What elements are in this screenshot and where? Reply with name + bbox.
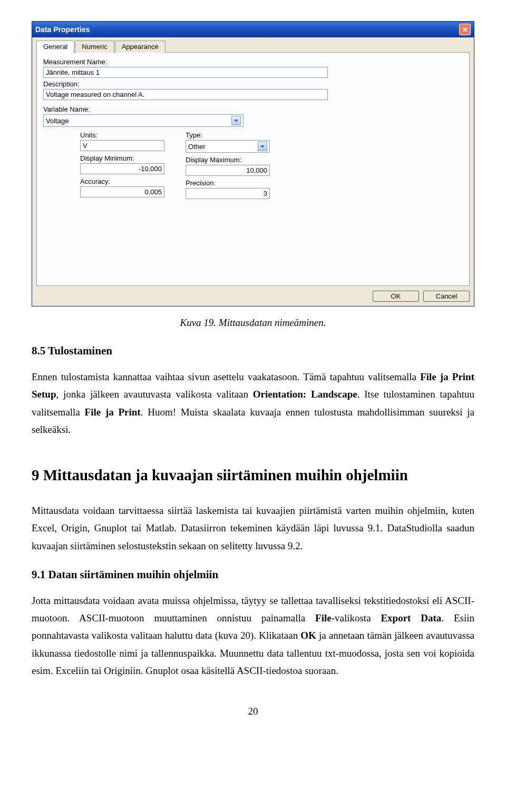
page-number: 20 [32,706,474,717]
variable-name-select[interactable]: Voltage [43,114,244,127]
dialog-title: Data Properties [35,25,90,34]
dropdown-icon [258,142,267,151]
measurement-name-label: Measurement Name: [43,58,463,66]
dropdown-icon [231,116,241,125]
description-label: Description: [43,80,463,88]
type-label: Type: [186,131,270,139]
close-button[interactable]: ✕ [459,24,471,35]
dialog-titlebar: Data Properties ✕ [32,22,474,37]
paragraph-1: Ennen tulostamista kannattaa vaihtaa siv… [32,368,474,438]
variable-name-value: Voltage [46,117,69,125]
accuracy-label: Accuracy: [80,177,164,185]
variable-name-label: Variable Name: [43,105,463,113]
display-min-input[interactable] [80,163,164,174]
ok-button[interactable]: OK [373,291,419,302]
paragraph-3: Jotta mittausdata voidaan avata muissa o… [32,592,474,679]
precision-label: Precision: [186,179,270,187]
section-9-heading: 9 Mittausdatan ja kuvaajan siirtäminen m… [32,467,474,484]
tab-general[interactable]: General [36,41,74,53]
cancel-button[interactable]: Cancel [423,291,470,302]
measurement-name-input[interactable] [43,67,328,78]
type-select[interactable]: Other [186,140,270,153]
tab-appearance[interactable]: Appearance [115,41,166,53]
precision-input[interactable] [186,188,270,199]
units-label: Units: [80,131,164,139]
tab-panel-general: Measurement Name: Description: Variable … [36,52,470,286]
display-max-label: Display Maximum: [186,156,270,164]
data-properties-dialog: Data Properties ✕ General Numeric Appear… [32,21,474,306]
description-input[interactable] [43,89,328,100]
section-8-5-heading: 8.5 Tulostaminen [32,344,474,358]
units-input[interactable] [80,140,164,151]
paragraph-2: Mittausdata voidaan tarvittaessa siirtää… [32,502,474,554]
figure-caption: Kuva 19. Mittausdatan nimeäminen. [32,317,474,329]
section-9-1-heading: 9.1 Datan siirtäminen muihin ohjelmiin [32,568,474,581]
accuracy-input[interactable] [80,186,164,197]
close-icon: ✕ [462,26,468,34]
display-max-input[interactable] [186,165,270,176]
tab-bar: General Numeric Appearance [36,41,470,53]
display-min-label: Display Minimum: [80,154,164,162]
type-value: Other [188,143,206,151]
tab-numeric[interactable]: Numeric [75,41,114,53]
